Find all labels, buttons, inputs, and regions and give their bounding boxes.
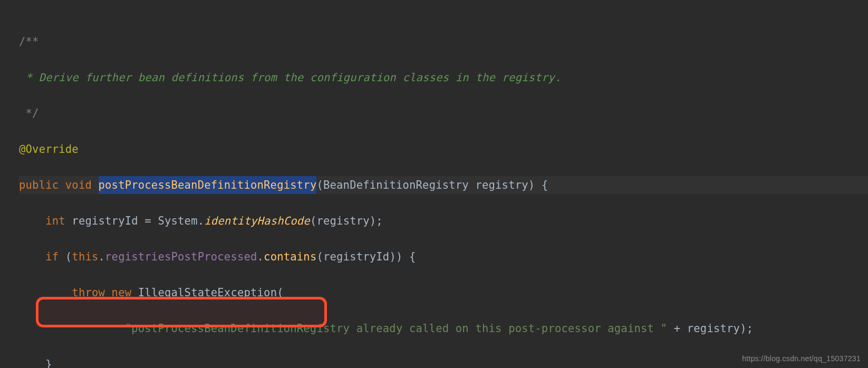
type-name: IllegalStateException xyxy=(138,286,277,299)
method-name: postProcessBeanDefinitionRegistry xyxy=(99,179,317,191)
param-name: registry xyxy=(475,179,528,191)
code-line: */ xyxy=(19,104,868,122)
keyword: void xyxy=(65,179,92,191)
type-name: BeanDefinitionRegistry xyxy=(323,179,469,191)
keyword: if xyxy=(45,250,59,263)
keyword: throw xyxy=(72,286,105,299)
annotation: @Override xyxy=(19,143,79,156)
code-line: "postProcessBeanDefinitionRegistry alrea… xyxy=(19,319,868,337)
code-line: /** xyxy=(19,33,868,51)
code-line: * Derive further bean definitions from t… xyxy=(19,69,868,86)
class-name: System xyxy=(158,215,197,227)
keyword: public xyxy=(19,179,59,191)
keyword: new xyxy=(112,286,132,299)
code-line: @Override xyxy=(19,140,868,158)
code-line: public void postProcessBeanDefinitionReg… xyxy=(19,176,868,194)
code-line: if (this.registriesPostProcessed.contain… xyxy=(19,248,868,266)
keyword: int xyxy=(45,215,65,227)
code-line: throw new IllegalStateException( xyxy=(19,284,868,302)
field-ref: registriesPostProcessed xyxy=(105,250,257,263)
method-call: contains xyxy=(264,250,316,263)
selection-highlight: postProcessBeanDefinitionRegistry xyxy=(99,176,317,194)
javadoc-text: * Derive further bean definitions from t… xyxy=(19,71,561,84)
comment-text: */ xyxy=(19,107,39,120)
string-literal: "postProcessBeanDefinitionRegistry alrea… xyxy=(125,322,667,335)
code-line: } xyxy=(19,355,868,368)
code-editor[interactable]: /** * Derive further bean definitions fr… xyxy=(0,0,868,368)
comment-text: /** xyxy=(19,35,39,48)
static-method: identityHashCode xyxy=(204,215,310,227)
var-name: registryId xyxy=(72,215,138,227)
code-line: int registryId = System.identityHashCode… xyxy=(19,212,868,230)
